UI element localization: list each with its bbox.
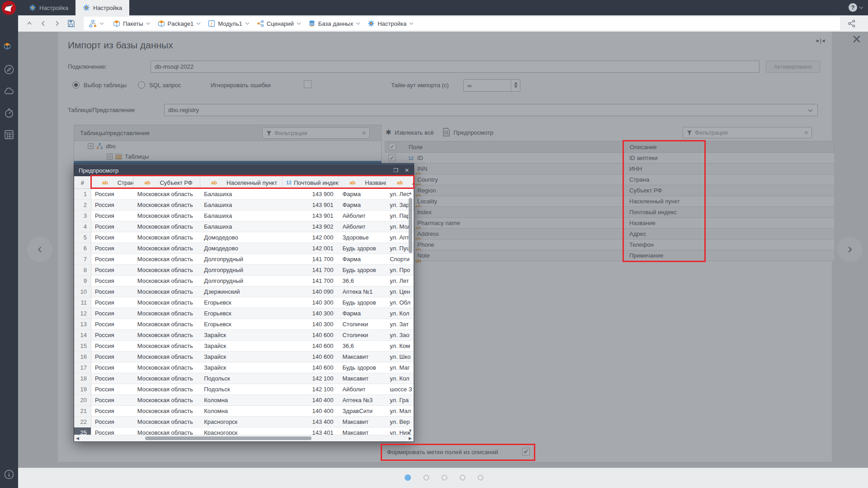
info-icon[interactable] — [4, 469, 14, 480]
gear-icon — [83, 4, 90, 11]
vertical-scrollbar-thumb[interactable] — [409, 198, 412, 253]
preview-window-titlebar[interactable]: Предпросмотр ❒ ✕ — [74, 164, 414, 176]
scroll-right-icon[interactable]: ▶ — [409, 436, 412, 441]
pagination-dot[interactable] — [442, 475, 447, 480]
package-icon — [113, 20, 120, 27]
tab-settings-2[interactable]: Настройка — [75, 0, 129, 15]
preview-cell: 140 600 — [283, 341, 339, 351]
preview-row[interactable]: 9РоссияМосковская областьДолгопрудный141… — [74, 276, 414, 286]
chevron-up-icon[interactable] — [25, 19, 33, 28]
scroll-up-icon[interactable]: ▲ — [408, 191, 412, 195]
preview-cell: ул. Кол — [386, 373, 414, 384]
chevron-down-icon[interactable] — [99, 22, 104, 25]
preview-cell: ул. Кол — [386, 308, 414, 319]
row-number-cell: 6 — [74, 243, 91, 253]
row-number-cell: 14 — [74, 330, 91, 340]
timer-icon[interactable] — [4, 108, 14, 118]
breadcrumb-item[interactable]: Package1 — [158, 20, 201, 27]
breadcrumb-items: ПакетыPackage1fМодуль1СценарийБаза данны… — [113, 20, 421, 27]
package-icon[interactable] — [4, 42, 14, 53]
pagination-dot[interactable] — [405, 474, 411, 481]
preview-row[interactable]: 13РоссияМосковская областьЕгорьевск140 3… — [74, 319, 414, 330]
preview-row[interactable]: 5РоссияМосковская областьДомодедово142 0… — [74, 232, 414, 243]
chevron-down-icon[interactable] — [245, 22, 250, 25]
bottom-bar — [18, 468, 868, 488]
breadcrumb-item[interactable]: Пакеты — [113, 20, 151, 27]
preview-row[interactable]: 14РоссияМосковская областьЗарайск140 600… — [74, 330, 414, 341]
preview-row[interactable]: 18РоссияМосковская областьПодольск142 10… — [74, 373, 414, 384]
breadcrumb-label: База данных — [318, 20, 353, 27]
preview-cell: 140 400 — [283, 406, 339, 416]
preview-cell: 140 600 — [283, 362, 339, 373]
chevron-down-icon[interactable] — [146, 22, 151, 25]
app-logo[interactable] — [2, 1, 16, 15]
chevron-left-icon[interactable] — [39, 19, 47, 28]
preview-row[interactable]: 21РоссияМосковская областьКоломна140 400… — [74, 406, 414, 417]
preview-cell: Будь здоров — [339, 362, 386, 373]
preview-row[interactable]: 10РоссияМосковская областьДзержинский140… — [74, 286, 414, 297]
preview-cell: Балашиха — [200, 221, 283, 232]
compass-icon[interactable] — [4, 64, 14, 75]
preview-row[interactable]: 2РоссияМосковская областьБалашиха143 901… — [74, 200, 414, 211]
preview-cell: Московская область — [134, 384, 201, 394]
chevron-down-icon[interactable] — [409, 22, 414, 25]
preview-cell: Будь здоров — [339, 243, 386, 253]
gear-icon — [29, 4, 36, 11]
hash-label: # — [81, 179, 84, 186]
horizontal-scrollbar-thumb[interactable] — [145, 436, 311, 440]
breadcrumb-item[interactable]: База данных — [308, 20, 360, 27]
breadcrumb-item[interactable]: Настройка — [368, 20, 414, 27]
preview-row[interactable]: 20РоссияМосковская областьКоломна140 400… — [74, 395, 414, 406]
highlight-preview-header — [90, 175, 415, 189]
pagination-dot[interactable] — [424, 475, 429, 480]
chevron-down-icon[interactable] — [356, 22, 360, 25]
chevron-down-icon[interactable] — [196, 22, 201, 25]
preview-row[interactable]: 19РоссияМосковская областьПодольск142 10… — [74, 384, 414, 395]
help-icon[interactable]: ? — [849, 3, 857, 12]
breadcrumb-item[interactable]: fМодуль1 — [208, 20, 249, 27]
preview-cell: Аптека №1 — [339, 286, 386, 297]
pagination-dot[interactable] — [478, 475, 483, 480]
preview-row[interactable]: 11РоссияМосковская областьЕгорьевск140 3… — [74, 297, 414, 308]
maximize-icon[interactable]: ❒ — [393, 167, 398, 174]
preview-row[interactable]: 6РоссияМосковская областьДомодедово142 0… — [74, 243, 414, 254]
preview-row[interactable]: 16РоссияМосковская областьЗарайск140 600… — [74, 352, 414, 362]
table-icon[interactable] — [4, 129, 14, 140]
save-icon[interactable] — [67, 19, 75, 28]
breadcrumb-label: Модуль1 — [218, 20, 242, 27]
pagination-dot[interactable] — [460, 475, 465, 480]
preview-cell: Московская область — [134, 319, 201, 329]
preview-row[interactable]: 25РоссияМосковская областьКрасногорск143… — [74, 427, 414, 435]
help-menu[interactable]: ? — [849, 3, 863, 12]
preview-cell: ул. Лет — [386, 276, 414, 286]
cloud-icon[interactable] — [4, 86, 14, 97]
database-icon — [308, 20, 316, 27]
preview-row[interactable]: 3РоссияМосковская областьБалашиха143 901… — [74, 211, 414, 221]
chevron-right-icon[interactable] — [53, 19, 61, 28]
preview-cell: Московская область — [134, 373, 201, 384]
preview-table-body: 1РоссияМосковская областьБалашиха143 900… — [74, 189, 414, 435]
preview-row[interactable]: 17РоссияМосковская областьЗарайск140 600… — [74, 362, 414, 373]
scheme-icon[interactable] — [89, 20, 97, 28]
preview-row[interactable]: 8РоссияМосковская областьДолгопрудный141… — [74, 265, 414, 276]
preview-cell: Московская область — [134, 286, 201, 297]
breadcrumb-item[interactable]: Сценарий — [257, 20, 301, 27]
preview-row[interactable]: 15РоссияМосковская областьЗарайск140 600… — [74, 341, 414, 352]
preview-row[interactable]: 7РоссияМосковская областьДолгопрудный141… — [74, 254, 414, 265]
share-icon[interactable] — [848, 19, 856, 28]
row-number-cell: 17 — [74, 362, 91, 373]
preview-cell: Московская область — [134, 352, 201, 362]
preview-cell: ул. Про — [386, 265, 414, 275]
close-icon[interactable]: ✕ — [405, 167, 409, 174]
row-number-cell: 8 — [74, 265, 91, 275]
preview-col-header[interactable]: # — [74, 176, 91, 189]
preview-row[interactable]: 1РоссияМосковская областьБалашиха143 900… — [74, 189, 414, 200]
preview-row[interactable]: 12РоссияМосковская областьЕгорьевск140 3… — [74, 308, 414, 319]
tab-settings-1[interactable]: Настройка — [22, 0, 75, 15]
scroll-left-icon[interactable]: ◀ — [76, 436, 79, 441]
preview-row[interactable]: 4РоссияМосковская областьБалашиха143 902… — [74, 221, 414, 232]
chevron-down-icon[interactable] — [297, 22, 301, 25]
scroll-down-icon[interactable]: ▼ — [408, 428, 412, 433]
preview-row[interactable]: 22РоссияМосковская областьКрасногорск143… — [74, 417, 414, 427]
preview-cell: Россия — [91, 427, 134, 435]
